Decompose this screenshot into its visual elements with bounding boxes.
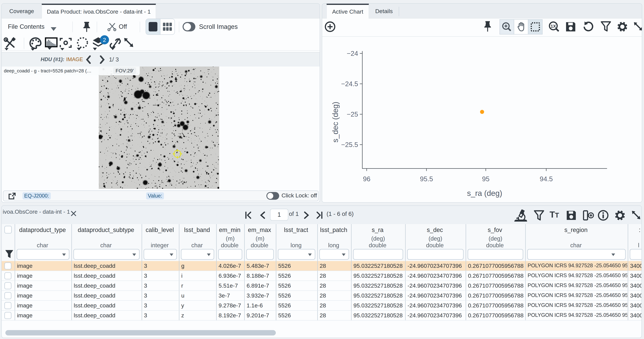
svg-text:−24.5: −24.5 [341, 80, 358, 88]
svg-text:−24: −24 [347, 50, 358, 57]
svg-text:96: 96 [363, 175, 370, 182]
svg-text:−25: −25 [347, 110, 358, 118]
svg-text:s_dec (deg): s_dec (deg) [331, 102, 340, 142]
svg-text:95.5: 95.5 [420, 175, 433, 182]
svg-text:1X: 1X [550, 24, 556, 29]
svg-text:94.5: 94.5 [540, 175, 553, 182]
svg-text:s_ra (deg): s_ra (deg) [467, 189, 502, 198]
svg-text:−25.5: −25.5 [341, 141, 358, 148]
svg-text:95: 95 [482, 175, 490, 182]
